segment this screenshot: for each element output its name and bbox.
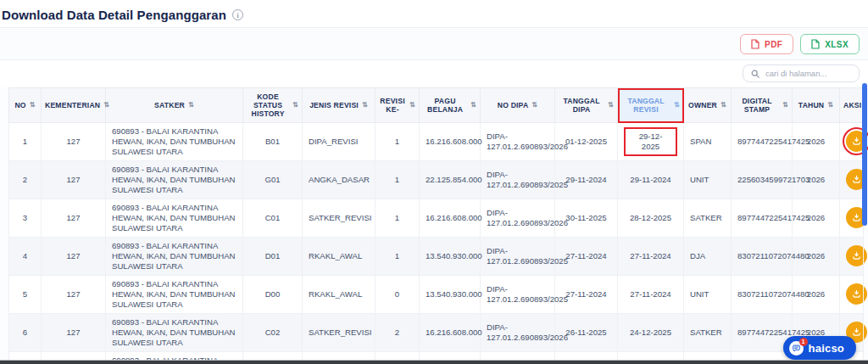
sort-icon[interactable]: ⇅ [608,102,614,109]
column-header-tanggal_revisi[interactable]: TANGGAL REVISI⇅ [618,88,684,123]
cell-no_dipa: DIPA-127.01.2.690893/2025 [481,237,555,275]
cell-revisi_ke: 1 [376,199,420,237]
cell-value: 27-11-2024 [565,289,606,299]
cell-revisi_ke: 0 [376,275,420,313]
sort-icon[interactable]: ⇅ [409,102,415,109]
cell-tanggal_revisi: 24-12-2025 [618,313,684,351]
cell-kementerian: 127 [42,237,106,275]
cell-pagu: 13.540.930.000 [420,275,481,313]
cell-value: 690893 - BALAI KARANTINA HEWAN, IKAN, DA… [112,317,236,347]
cell-value: SATKER_REVISI [309,328,371,337]
column-header-no_dipa[interactable]: NO DIPA⇅ [481,88,555,123]
page-title: Download Data Detail Penganggaran [2,8,226,22]
column-header-digital_stamp[interactable]: DIGITAL STAMP⇅ [732,88,793,123]
sort-icon[interactable]: ⇅ [188,102,194,109]
cell-value: 2026 [807,137,825,146]
cell-value: 16.216.608.000 [426,137,482,146]
cell-tanggal_revisi: 29-11-2024 [618,160,684,199]
cell-value: SPAN [690,137,711,146]
cell-kode_status: G01 [243,160,303,199]
column-label: AKSI [843,101,861,109]
cell-value: 2 [395,328,399,337]
column-header-satker[interactable]: SATKER⇅ [106,88,243,123]
cell-value: DIPA_REVISI [309,137,358,146]
cell-value: 8977447225417425 [737,213,810,222]
cell-digital_stamp: 8977447225417425 [732,199,793,237]
cell-tanggal_revisi: 27-11-2024 [618,275,684,313]
column-header-no[interactable]: NO⇅ [9,88,42,123]
sort-icon[interactable]: ⇅ [827,102,833,109]
sort-icon[interactable]: ⇅ [470,102,476,109]
column-label: OWNER [688,101,717,109]
cell-value: 27-11-2024 [630,251,670,260]
cell-value: 13.540.930.000 [426,251,482,260]
cell-value: SATKER [690,213,722,222]
sort-icon[interactable]: ⇅ [531,102,537,109]
sort-icon[interactable]: ⇅ [674,102,680,109]
cell-value: 13.540.930.000 [426,289,482,299]
cell-pagu: 13.540.930.000 [420,237,481,275]
xlsx-export-button[interactable]: XLSX [800,34,860,54]
table-scrollbar-thumb[interactable] [862,83,867,226]
cell-kode_status: D00 [243,275,303,313]
cell-revisi_ke: 2 [376,313,420,351]
cell-satker: 690893 - BALAI KARANTINA HEWAN, IKAN, DA… [106,275,243,313]
cell-jenis_revisi: SATKER_REVISI [303,313,376,351]
cell-no: 5 [9,275,42,313]
column-header-tahun[interactable]: TAHUN⇅ [793,88,840,123]
column-header-tanggal_dipa[interactable]: TANGGAL DIPA⇅ [555,88,618,123]
cell-pagu: 16.216.608.000 [420,123,481,161]
column-header-owner[interactable]: OWNER⇅ [684,88,732,123]
sort-icon[interactable]: ⇅ [30,102,36,109]
cell-aksi [840,275,864,313]
search-icon [751,66,760,81]
table-container: NO⇅KEMENTERIAN⇅SATKER⇅KODE STATUS HISTOR… [8,87,863,364]
cell-value: 1 [395,213,399,222]
page-header: Download Data Detail Penganggaran i [0,0,868,27]
info-icon[interactable]: i [232,9,243,20]
cell-no: 4 [9,237,42,275]
column-header-revisi_ke[interactable]: REVISI KE-⇅ [376,88,420,123]
cell-value: 2 [23,175,27,184]
column-header-pagu[interactable]: PAGU BELANJA⇅ [420,88,481,123]
table-row: 4127690893 - BALAI KARANTINA HEWAN, IKAN… [9,237,864,275]
pdf-export-button[interactable]: PDF [740,34,793,54]
cell-value: 2026 [807,213,825,222]
chat-widget-button[interactable]: 1 haicso [783,336,856,360]
cell-value: 29-12-2025 [624,127,677,156]
cell-value: 8977447225417425 [737,137,810,146]
cell-satker: 690893 - BALAI KARANTINA HEWAN, IKAN, DA… [106,123,243,161]
cell-value: 2026 [807,251,825,260]
cell-value: 127 [66,328,80,337]
search-input[interactable] [765,69,851,78]
cell-value: 690893 - BALAI KARANTINA HEWAN, IKAN, DA… [112,126,236,156]
cell-value: 690893 - BALAI KARANTINA HEWAN, IKAN, DA… [112,241,236,271]
cell-no: 2 [9,160,42,199]
column-header-jenis_revisi[interactable]: JENIS REVISI⇅ [303,88,376,123]
sort-icon[interactable]: ⇅ [721,102,726,109]
cell-pagu: 16.216.608.000 [420,313,481,351]
cell-value: 690893 - BALAI KARANTINA HEWAN, IKAN, DA… [112,203,236,232]
column-header-kode_status[interactable]: KODE STATUS HISTORY⇅ [243,88,303,123]
cell-no_dipa: DIPA-127.01.2.690893/2026 [481,313,555,351]
download-button[interactable] [846,283,867,305]
cell-digital_stamp: 8307211072074480 [732,237,793,275]
cell-owner: UNIT [684,160,732,199]
download-button[interactable] [846,245,867,266]
column-label: TAHUN [798,101,824,109]
sort-icon[interactable]: ⇅ [292,102,298,109]
cell-jenis_revisi: RKAKL_AWAL [303,275,376,313]
sort-icon[interactable]: ⇅ [103,102,109,109]
sort-icon[interactable]: ⇅ [782,102,788,109]
search-box[interactable] [743,64,860,82]
xlsx-file-icon [811,39,820,49]
sort-icon[interactable]: ⇅ [362,102,368,109]
cell-owner: SPAN [684,123,732,161]
table-header-row: NO⇅KEMENTERIAN⇅SATKER⇅KODE STATUS HISTOR… [9,88,864,123]
column-label: TANGGAL REVISI [621,97,670,114]
column-header-kementerian[interactable]: KEMENTERIAN⇅ [42,88,106,123]
cell-owner: SATKER [684,199,732,237]
cell-digital_stamp: 8307211072074480 [732,275,793,313]
pdf-file-icon [751,39,760,49]
cell-value: C02 [265,328,281,337]
